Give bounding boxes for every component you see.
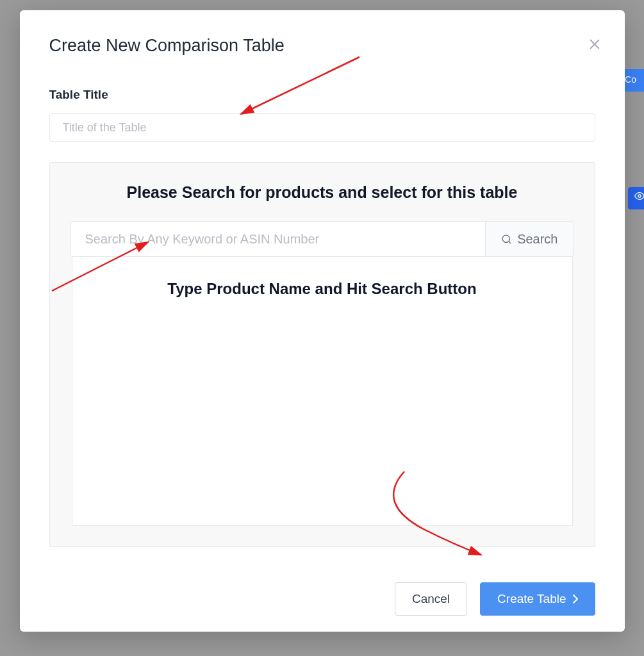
svg-line-4 xyxy=(509,241,511,243)
table-title-input[interactable] xyxy=(49,113,595,142)
search-button[interactable]: Search xyxy=(485,221,574,257)
search-icon xyxy=(501,234,512,245)
svg-point-3 xyxy=(502,235,509,242)
search-row: Search xyxy=(70,221,574,257)
results-area: Type Product Name and Hit Search Button xyxy=(72,257,573,526)
create-comparison-table-modal: Create New Comparison Table Table Title … xyxy=(20,10,625,632)
cancel-button-label: Cancel xyxy=(412,592,450,606)
chevron-right-icon xyxy=(573,594,578,603)
search-section: Please Search for products and select fo… xyxy=(49,162,595,547)
search-heading: Please Search for products and select fo… xyxy=(70,183,574,202)
modal-overlay: Create New Comparison Table Table Title … xyxy=(0,0,644,656)
search-button-label: Search xyxy=(517,232,557,247)
product-search-input[interactable] xyxy=(70,221,486,257)
modal-footer: Cancel Create Table xyxy=(49,582,595,616)
table-title-label: Table Title xyxy=(49,88,595,102)
close-button[interactable] xyxy=(588,37,602,51)
results-hint: Type Product Name and Hit Search Button xyxy=(92,280,553,298)
svg-line-6 xyxy=(241,57,359,114)
cancel-button[interactable]: Cancel xyxy=(395,582,467,616)
close-icon xyxy=(588,37,602,51)
create-table-button[interactable]: Create Table xyxy=(480,582,595,616)
modal-title: Create New Comparison Table xyxy=(49,36,595,56)
create-table-button-label: Create Table xyxy=(497,592,566,606)
